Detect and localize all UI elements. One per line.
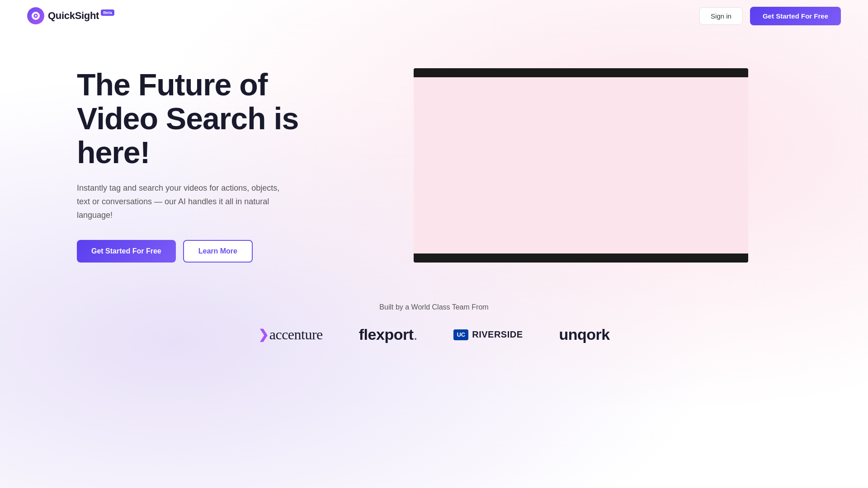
signin-button[interactable]: Sign in: [699, 7, 743, 25]
beta-badge: Beta: [101, 9, 114, 16]
hero-get-started-button[interactable]: Get Started For Free: [77, 240, 176, 263]
accenture-text: accenture: [269, 326, 323, 343]
hero-right: [348, 68, 814, 263]
video-bar-top: [414, 68, 748, 77]
nav-get-started-button[interactable]: Get Started For Free: [750, 7, 841, 25]
uc-riverside-logo: UC RIVERSIDE: [453, 329, 523, 340]
flexport-text: flexport.: [359, 326, 418, 343]
video-inner: [414, 77, 748, 253]
brands-label: Built by a World Class Team From: [0, 303, 868, 311]
flexport-dot: .: [413, 326, 417, 343]
accenture-logo: ❯ accenture: [258, 326, 323, 343]
hero-learn-more-button[interactable]: Learn More: [183, 240, 253, 263]
hero-section: The Future of Video Search is here! Inst…: [0, 41, 868, 263]
hero-description: Instantly tag and search your videos for…: [77, 182, 294, 222]
hero-buttons: Get Started For Free Learn More: [77, 240, 312, 263]
ucr-text: RIVERSIDE: [472, 329, 523, 340]
nav-right: Sign in Get Started For Free: [699, 7, 841, 25]
navbar: QuickSight Beta Sign in Get Started For …: [0, 0, 868, 32]
video-player[interactable]: [414, 68, 748, 263]
ucr-badge: UC: [453, 329, 468, 340]
accenture-arrow-icon: ❯: [258, 327, 269, 342]
svg-point-1: [35, 15, 37, 17]
hero-title: The Future of Video Search is here!: [77, 68, 312, 169]
unqork-text: unqork: [559, 326, 610, 343]
ucr-badge-uc: UC: [457, 331, 465, 338]
hero-left: The Future of Video Search is here! Inst…: [77, 68, 312, 263]
unqork-logo: unqork: [559, 326, 610, 343]
brands-row: ❯ accenture flexport. UC RIVERSIDE unqor…: [0, 326, 868, 343]
logo-area: QuickSight Beta: [27, 7, 114, 24]
brand-name: QuickSight: [48, 10, 99, 22]
svg-point-0: [33, 13, 38, 19]
logo-icon: [27, 7, 44, 24]
flexport-logo: flexport.: [359, 326, 418, 343]
brands-section: Built by a World Class Team From ❯ accen…: [0, 303, 868, 343]
video-bar-bottom: [414, 253, 748, 263]
